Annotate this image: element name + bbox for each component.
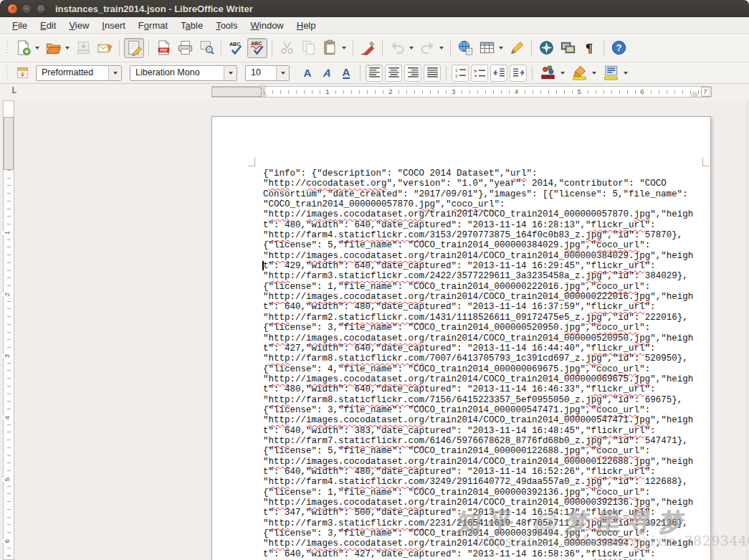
window-maximize-button[interactable]: □ bbox=[36, 4, 47, 14]
open-dropdown[interactable] bbox=[65, 47, 70, 49]
italic-button[interactable]: A bbox=[318, 65, 335, 82]
menu-insert[interactable]: Insert bbox=[95, 19, 132, 32]
align-left-button[interactable] bbox=[366, 65, 383, 82]
font-color-button[interactable] bbox=[538, 63, 558, 83]
paste-button[interactable] bbox=[320, 38, 340, 58]
left-indent-marker[interactable] bbox=[259, 86, 267, 96]
text-line[interactable]: t": 429,"width": 640,"date_captured": "2… bbox=[263, 261, 699, 271]
menu-table[interactable]: Table bbox=[174, 19, 209, 32]
text-line[interactable]: "http://images.cocodataset.org/train2014… bbox=[263, 538, 699, 549]
text-line[interactable]: t": 427,"width": 640,"date_captured": "2… bbox=[263, 343, 699, 353]
font-size-dropdown[interactable] bbox=[276, 66, 289, 80]
bulleted-list-button[interactable] bbox=[471, 65, 488, 82]
font-name-combobox[interactable]: Liberation Mono bbox=[130, 65, 237, 81]
menu-tools[interactable]: Tools bbox=[209, 19, 244, 32]
email-document-button[interactable] bbox=[95, 38, 115, 58]
gallery-button[interactable] bbox=[558, 38, 578, 58]
menu-window[interactable]: Window bbox=[244, 19, 290, 32]
highlighting-dropdown[interactable] bbox=[592, 72, 596, 75]
menu-view[interactable]: View bbox=[62, 19, 95, 32]
text-line[interactable]: "http://cocodataset.org","version": "1.0… bbox=[263, 179, 699, 189]
text-line[interactable]: {"license": 5,"file_name": "COCO_train20… bbox=[263, 446, 699, 456]
text-line[interactable]: t": 480,"width": 640,"date_captured": "2… bbox=[263, 384, 699, 394]
underline-button[interactable]: A bbox=[338, 65, 355, 82]
menu-file[interactable]: File bbox=[6, 19, 34, 32]
text-line[interactable]: "http://farm8.staticflickr.com/7156/6415… bbox=[263, 395, 699, 405]
text-line[interactable]: "http://farm4.staticflickr.com/3249/2911… bbox=[263, 477, 699, 487]
align-center-button[interactable] bbox=[385, 65, 402, 82]
print-button[interactable] bbox=[175, 38, 195, 58]
formatting-marks-button[interactable]: ¶ bbox=[579, 38, 599, 58]
increase-indent-button[interactable] bbox=[510, 65, 527, 82]
window-close-button[interactable]: × bbox=[7, 4, 18, 14]
spelling-button[interactable]: ABC bbox=[226, 38, 246, 58]
edit-mode-button[interactable] bbox=[124, 38, 144, 58]
text-line[interactable]: {"license": 1,"file_name": "COCO_train20… bbox=[263, 282, 699, 292]
open-button[interactable] bbox=[43, 38, 63, 58]
text-line[interactable]: {"license": 5,"file_name": "COCO_train20… bbox=[263, 240, 699, 250]
menu-format[interactable]: Format bbox=[132, 19, 174, 32]
font-color-dropdown[interactable] bbox=[560, 72, 565, 75]
text-line[interactable]: t": 640,"width": 480,"date_captured": "2… bbox=[263, 467, 699, 477]
text-line[interactable]: "http://images.cocodataset.org/train2014… bbox=[263, 292, 699, 302]
text-line[interactable]: "http://farm7.staticflickr.com/6146/5976… bbox=[263, 436, 699, 446]
help-button[interactable]: ? bbox=[609, 38, 629, 58]
show-draw-functions-button[interactable] bbox=[507, 38, 527, 58]
text-line[interactable]: "http://images.cocodataset.org/train2014… bbox=[263, 209, 699, 219]
font-name-dropdown[interactable] bbox=[224, 66, 237, 80]
paragraph-style-dropdown[interactable] bbox=[108, 66, 121, 80]
text-line[interactable]: t": 640,"width": 383,"date_captured": "2… bbox=[263, 426, 699, 436]
horizontal-ruler[interactable]: 1234567 bbox=[211, 86, 711, 98]
text-line[interactable]: "http://farm3.staticflickr.com/2422/3577… bbox=[263, 271, 699, 281]
paragraph-style-value[interactable]: Preformatted bbox=[37, 66, 108, 80]
text-line[interactable]: {"info": {"description": "COCO 2014 Data… bbox=[263, 169, 699, 179]
paragraph-style-combobox[interactable]: Preformatted bbox=[36, 65, 122, 81]
text-line[interactable]: "http://farm8.staticflickr.com/7007/6413… bbox=[263, 353, 699, 364]
styles-button[interactable] bbox=[14, 65, 31, 82]
align-justify-button[interactable] bbox=[424, 65, 441, 82]
text-line[interactable]: {"license": 4,"file_name": "COCO_train20… bbox=[263, 364, 699, 374]
text-line[interactable]: "http://images.cocodataset.org/train2014… bbox=[263, 374, 699, 384]
font-size-combobox[interactable]: 10 bbox=[245, 65, 290, 81]
text-line[interactable]: "http://images.cocodataset.org/train2014… bbox=[263, 333, 699, 343]
window-minimize-button[interactable]: – bbox=[22, 4, 32, 14]
auto-spellcheck-button[interactable]: ABC bbox=[247, 38, 267, 58]
align-right-button[interactable] bbox=[404, 65, 421, 82]
insert-table-dropdown[interactable] bbox=[499, 47, 503, 49]
paragraph-background-dropdown[interactable] bbox=[624, 72, 628, 75]
vertical-ruler[interactable]: 123456 bbox=[3, 100, 14, 560]
hyperlink-button[interactable] bbox=[455, 38, 475, 58]
print-preview-button[interactable] bbox=[196, 38, 216, 58]
right-indent-marker[interactable] bbox=[691, 92, 698, 96]
text-line[interactable]: {"license": 3,"file_name": "COCO_train20… bbox=[263, 528, 699, 538]
text-line[interactable]: "http://farm2.staticflickr.com/1431/1118… bbox=[263, 313, 699, 323]
paste-dropdown[interactable] bbox=[342, 47, 346, 49]
font-size-value[interactable]: 10 bbox=[246, 66, 276, 80]
text-line[interactable]: {"license": 3,"file_name": "COCO_train20… bbox=[263, 323, 699, 333]
decrease-indent-button[interactable] bbox=[490, 65, 507, 82]
text-line[interactable]: "http://images.cocodataset.org/train2014… bbox=[263, 415, 699, 425]
text-line[interactable]: t": 480,"width": 640,"date_captured": "2… bbox=[263, 220, 699, 230]
toolbar-drag-handle[interactable] bbox=[6, 41, 9, 55]
text-line[interactable]: "COCO_train2014_000000057870.jpg","coco_… bbox=[263, 199, 699, 209]
text-line[interactable]: "http://images.cocodataset.org/train2014… bbox=[263, 251, 699, 261]
text-line[interactable]: t": 640,"width": 427,"date_captured": "2… bbox=[263, 549, 699, 559]
new-document-button[interactable] bbox=[13, 38, 33, 58]
document-page[interactable]: {"info": {"description": "COCO 2014 Data… bbox=[211, 116, 711, 560]
text-line[interactable]: {"license": 1,"file_name": "COCO_train20… bbox=[263, 488, 699, 498]
font-name-value[interactable]: Liberation Mono bbox=[130, 66, 224, 80]
document-text[interactable]: {"info": {"description": "COCO 2014 Data… bbox=[263, 169, 699, 559]
menu-edit[interactable]: Edit bbox=[34, 19, 62, 32]
text-line[interactable]: "http://images.cocodataset.org/train2014… bbox=[263, 498, 699, 508]
tab-stop-type-selector[interactable]: L bbox=[11, 85, 16, 95]
new-document-dropdown[interactable] bbox=[35, 47, 39, 49]
text-line[interactable]: t": 640,"width": 480,"date_captured": "2… bbox=[263, 302, 699, 312]
clone-formatting-button[interactable] bbox=[358, 38, 378, 58]
highlighting-button[interactable] bbox=[569, 63, 589, 83]
toolbar-drag-handle[interactable] bbox=[6, 66, 9, 80]
text-line[interactable]: {"license": 3,"file_name": "COCO_train20… bbox=[263, 405, 699, 415]
insert-table-button[interactable] bbox=[477, 38, 497, 58]
text-line[interactable]: t": 347,"width": 500,"date_captured": "2… bbox=[263, 508, 699, 518]
text-line[interactable]: "http://images.cocodataset.org/train2014… bbox=[263, 457, 699, 467]
text-line[interactable]: "http://farm3.staticflickr.com/2231/2165… bbox=[263, 518, 699, 528]
